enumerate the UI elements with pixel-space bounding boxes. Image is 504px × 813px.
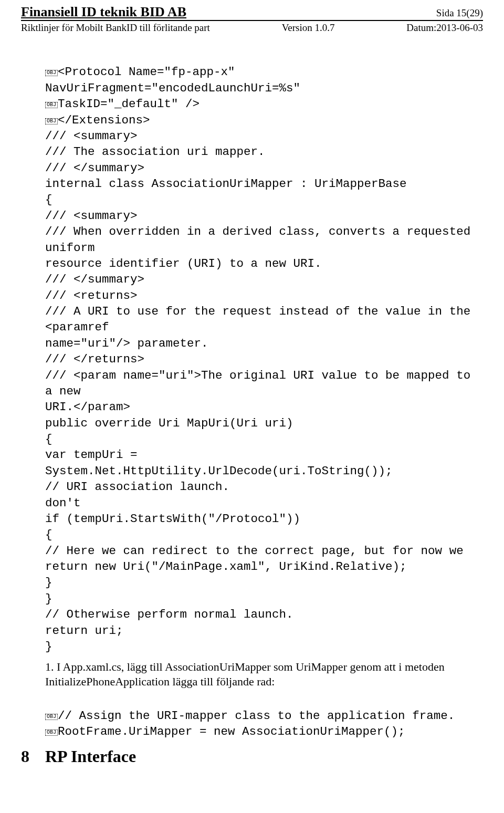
code-block-2: OBJ// Assign the URI-mapper class to the… bbox=[45, 692, 483, 739]
code-line: don't bbox=[45, 496, 81, 510]
code-line: var tempUri = bbox=[45, 448, 138, 462]
code-line: } bbox=[45, 576, 52, 589]
code-line: } bbox=[45, 592, 52, 606]
code-line: // URI association launch. bbox=[45, 480, 229, 494]
code-line: name="uri"/> parameter. bbox=[45, 337, 208, 350]
code-line: /// The association uri mapper. bbox=[45, 145, 265, 159]
code-line: // Here we can redirect to the correct p… bbox=[45, 544, 464, 558]
code-line: /// </returns> bbox=[45, 352, 144, 366]
code-line: resource identifier (URI) to a new URI. bbox=[45, 257, 322, 270]
obj-marker: OBJ bbox=[45, 70, 58, 76]
list-item: 1. I App.xaml.cs, lägg till AssociationU… bbox=[45, 660, 483, 689]
code-line: public override Uri MapUri(Uri uri) bbox=[45, 416, 293, 430]
code-line: { bbox=[45, 432, 52, 446]
code-line: { bbox=[45, 528, 52, 541]
obj-marker: OBJ bbox=[45, 118, 58, 124]
doc-date: Datum:2013-06-03 bbox=[406, 22, 483, 34]
code-line: return new Uri("/MainPage.xaml", UriKind… bbox=[45, 560, 407, 574]
code-line: </Extensions> bbox=[58, 113, 150, 127]
code-line: /// <returns> bbox=[45, 289, 138, 303]
code-block: OBJ<Protocol Name="fp-app-x" NavUriFragm… bbox=[45, 48, 483, 654]
code-line: return uri; bbox=[45, 624, 123, 638]
code-line: NavUriFragment="encodedLaunchUri=%s" bbox=[45, 81, 300, 95]
code-line: { bbox=[45, 193, 52, 206]
section-heading: 8 RP Interface bbox=[21, 747, 483, 766]
obj-marker: OBJ bbox=[45, 102, 58, 108]
heading-number: 8 bbox=[21, 747, 45, 766]
page: Finansiell ID teknik BID AB Sida 15(29) … bbox=[0, 4, 504, 787]
header-title-row: Finansiell ID teknik BID AB Sida 15(29) bbox=[21, 4, 483, 21]
page-number: Sida 15(29) bbox=[436, 7, 483, 19]
code-line: /// <param name="uri">The original URI v… bbox=[45, 369, 478, 398]
code-line: /// <summary> bbox=[45, 209, 138, 223]
content-area: OBJ<Protocol Name="fp-app-x" NavUriFragm… bbox=[21, 48, 483, 766]
code-line: TaskID="_default" /> bbox=[58, 97, 200, 111]
code-line: } bbox=[45, 640, 52, 653]
code-line: /// A URI to use for the request instead… bbox=[45, 305, 478, 334]
code-line: RootFrame.UriMapper = new AssociationUri… bbox=[58, 725, 405, 738]
code-line: // Otherwise perform normal launch. bbox=[45, 608, 293, 621]
code-line: /// </summary> bbox=[45, 273, 144, 286]
code-line: // Assign the URI-mapper class to the ap… bbox=[58, 709, 455, 723]
doc-title: Finansiell ID teknik BID AB bbox=[21, 4, 186, 20]
code-line: URI.</param> bbox=[45, 400, 130, 414]
code-line: internal class AssociationUriMapper : Ur… bbox=[45, 177, 407, 191]
code-line: /// <summary> bbox=[45, 129, 138, 143]
obj-marker: OBJ bbox=[45, 714, 58, 720]
heading-title: RP Interface bbox=[45, 747, 136, 766]
doc-subtitle: Riktlinjer för Mobilt BankID till förlit… bbox=[21, 22, 210, 34]
doc-version: Version 1.0.7 bbox=[282, 22, 335, 34]
code-line: if (tempUri.StartsWith("/Protocol")) bbox=[45, 512, 300, 526]
obj-marker: OBJ bbox=[45, 729, 58, 736]
header-sub-row: Riktlinjer för Mobilt BankID till förlit… bbox=[21, 22, 483, 34]
code-line: /// </summary> bbox=[45, 161, 144, 175]
code-line: System.Net.HttpUtility.UrlDecode(uri.ToS… bbox=[45, 464, 393, 478]
code-line: /// When overridden in a derived class, … bbox=[45, 225, 478, 254]
code-line: <Protocol Name="fp-app-x" bbox=[58, 65, 235, 79]
